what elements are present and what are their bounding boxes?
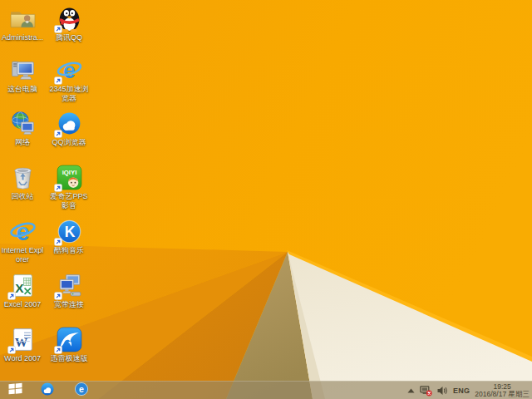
- desktop-icon-broadband[interactable]: 宽带连接: [47, 271, 91, 309]
- desktop-icon-internet-explorer[interactable]: e Internet Explorer: [0, 217, 45, 264]
- desktop-icon-label: Internet Explorer: [0, 246, 45, 264]
- desktop-icon-excel-2007[interactable]: X Excel 2007: [0, 271, 45, 309]
- desktop-icon-this-pc[interactable]: 这台电脑: [0, 56, 45, 94]
- desktop-icon-label: Word 2007: [4, 354, 41, 363]
- word-icon: W: [8, 325, 37, 353]
- desktop-icon-label: 迅雷极速版: [51, 354, 88, 363]
- desktop-icon-word-2007[interactable]: W Word 2007: [0, 325, 45, 363]
- administrator-folder-icon: [8, 4, 37, 32]
- qq-penguin-icon: [55, 4, 83, 32]
- shortcut-arrow-icon: [54, 238, 62, 246]
- shortcut-arrow-icon: [54, 184, 62, 192]
- broadband-connection-icon: [55, 271, 83, 299]
- desktop: Administra...: [0, 0, 532, 399]
- desktop-icon-label: 宽带连接: [54, 300, 84, 309]
- desktop-icon-label: 爱奇艺PPS 影音: [47, 192, 91, 210]
- start-button[interactable]: [0, 382, 30, 399]
- 2345-browser-icon: e: [74, 382, 89, 399]
- desktop-icon-kugou-music[interactable]: K 酷狗音乐: [47, 217, 91, 255]
- desktop-icon-tencent-qq[interactable]: 腾讯QQ: [47, 4, 91, 42]
- thunder-bird-icon: [55, 325, 83, 353]
- desktop-icon-label: 腾讯QQ: [56, 33, 82, 42]
- shortcut-arrow-icon: [7, 346, 16, 354]
- shortcut-arrow-icon: [54, 25, 62, 33]
- shortcut-arrow-icon: [54, 292, 62, 300]
- svg-text:iQIYI: iQIYI: [62, 169, 76, 176]
- shortcut-arrow-icon: [7, 292, 16, 300]
- desktop-icon-administrator[interactable]: Administra...: [0, 4, 45, 42]
- network-disconnected-icon[interactable]: [420, 386, 432, 397]
- shortcut-arrow-icon: [54, 130, 62, 138]
- clock-date: 2016/8/17 星期三: [475, 391, 530, 399]
- desktop-icon-qq-browser[interactable]: QQ浏览器: [47, 109, 91, 147]
- desktop-icon-recycle-bin[interactable]: 回收站: [0, 163, 45, 201]
- network-globe-icon: [8, 109, 37, 137]
- show-hidden-icons-button[interactable]: [407, 388, 415, 393]
- iqiyi-pps-icon: iQIYI: [55, 163, 83, 191]
- internet-explorer-icon: e: [8, 217, 37, 245]
- svg-text:e: e: [79, 383, 84, 393]
- desktop-icon-label: 这台电脑: [7, 85, 37, 94]
- windows-logo-icon: [8, 382, 22, 398]
- kugou-k-icon: K: [55, 217, 83, 245]
- desktop-icon-thunder[interactable]: 迅雷极速版: [47, 325, 91, 363]
- qq-browser-icon: [40, 382, 55, 399]
- language-indicator[interactable]: ENG: [453, 387, 470, 395]
- desktop-icon-network[interactable]: 网络: [0, 109, 45, 147]
- taskbar-2345-browser-button[interactable]: e: [64, 382, 98, 399]
- desktop-icon-label: 网络: [15, 138, 30, 147]
- desktop-icon-label: 2345加速浏览器: [47, 85, 91, 103]
- 2345-browser-e-icon: e: [55, 56, 83, 84]
- desktop-icon-iqiyi-pps[interactable]: iQIYI 爱奇艺PPS 影音: [47, 163, 91, 210]
- desktop-icon-label: 酷狗音乐: [54, 246, 84, 255]
- shortcut-arrow-icon: [54, 76, 62, 85]
- volume-icon[interactable]: [437, 386, 448, 396]
- excel-icon: X: [8, 271, 37, 299]
- system-tray: ENG 19:25 2016/8/17 星期三: [407, 382, 530, 399]
- computer-icon: [8, 56, 37, 84]
- taskbar-qq-browser-button[interactable]: [30, 382, 64, 399]
- svg-text:K: K: [64, 224, 75, 240]
- desktop-icon-label: 回收站: [12, 192, 34, 201]
- recycle-bin-icon: [8, 163, 37, 191]
- desktop-icon-label: Administra...: [2, 33, 43, 42]
- desktop-icon-label: QQ浏览器: [52, 138, 86, 147]
- taskbar: e E: [0, 381, 532, 399]
- desktop-icon-2345-browser[interactable]: e 2345加速浏览器: [47, 56, 91, 103]
- svg-text:X: X: [15, 280, 24, 294]
- desktop-icon-label: Excel 2007: [4, 300, 42, 309]
- qq-browser-cloud-icon: [55, 109, 83, 137]
- clock[interactable]: 19:25 2016/8/17 星期三: [475, 383, 530, 399]
- shortcut-arrow-icon: [54, 346, 62, 354]
- svg-text:W: W: [14, 335, 27, 349]
